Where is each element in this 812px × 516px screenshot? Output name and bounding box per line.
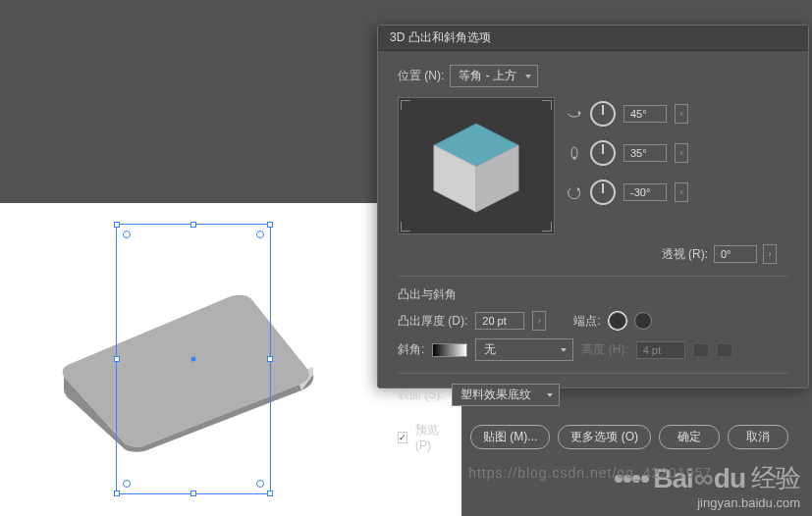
watermark-url-behind: https://blog.csdn.net/qq_42201957 (468, 465, 712, 481)
preview-checkbox[interactable]: ✓ (398, 432, 407, 443)
corner-widget-tr[interactable] (256, 231, 264, 238)
bevel-extent-in-icon (693, 343, 709, 357)
watermark-suffix: 经验 (751, 461, 800, 495)
dialog-titlebar[interactable]: 3D 凸出和斜角选项 (378, 26, 808, 51)
resize-handle-tl[interactable] (114, 222, 120, 228)
cap-off-button[interactable] (634, 312, 652, 330)
rotate-z-input[interactable]: -30° (623, 183, 667, 201)
bevel-height-label: 高度 (H): (581, 341, 627, 358)
resize-handle-tc[interactable] (190, 222, 196, 228)
corner-widget-bl[interactable] (123, 480, 131, 488)
bevel-extent-out-icon (717, 343, 732, 357)
bevel-dropdown[interactable]: 无 (475, 338, 573, 361)
preview-corner-tr (542, 100, 552, 110)
corner-widget-br[interactable] (256, 480, 264, 488)
surface-dropdown[interactable]: 塑料效果底纹 (452, 384, 560, 406)
cap-label: 端点: (573, 313, 600, 330)
corner-widget-tl[interactable] (123, 231, 131, 238)
rotate-z-icon (567, 185, 582, 199)
resize-handle-tr[interactable] (267, 222, 273, 228)
bevel-height-input: 4 pt (636, 341, 685, 359)
rotate-y-dial[interactable] (590, 140, 616, 166)
watermark-sub: jingyan.baidu.com (615, 495, 800, 510)
cube-icon (422, 112, 530, 220)
rotate-x-stepper[interactable]: › (675, 104, 688, 124)
ok-button[interactable]: 确定 (659, 425, 720, 449)
perspective-stepper[interactable]: › (763, 244, 777, 264)
rotation-cube-preview[interactable] (398, 97, 555, 234)
preview-corner-bl (401, 222, 410, 232)
rotate-z-dial[interactable] (590, 180, 616, 205)
position-value: 等角 - 上方 (459, 69, 516, 82)
position-dropdown[interactable]: 等角 - 上方 (450, 65, 538, 87)
perspective-input[interactable]: 0° (714, 245, 757, 263)
cap-on-button[interactable] (609, 312, 626, 330)
rotate-y-input[interactable]: 35° (623, 144, 667, 162)
resize-handle-br[interactable] (267, 490, 273, 496)
rotate-x-input[interactable]: 45° (623, 105, 667, 123)
preview-label: 预览 (P) (415, 422, 449, 452)
rotate-z-stepper[interactable]: › (675, 182, 688, 202)
position-label: 位置 (N): (398, 68, 444, 84)
bevel-value: 无 (484, 342, 496, 356)
rotate-y-icon (567, 146, 582, 160)
surface-value: 塑料效果底纹 (460, 387, 531, 401)
perspective-label: 透视 (R): (662, 246, 708, 263)
watermark-brand2: du (714, 463, 745, 494)
rotate-x-icon (567, 107, 582, 121)
extrude-depth-input[interactable]: 20 pt (475, 312, 524, 330)
rotate-x-dial[interactable] (590, 101, 616, 127)
resize-handle-bl[interactable] (114, 490, 120, 496)
selection-center[interactable] (191, 357, 196, 362)
divider-2 (398, 373, 788, 374)
cancel-button[interactable]: 取消 (728, 425, 788, 449)
extrude-depth-stepper[interactable]: › (532, 311, 546, 331)
selection-bounding-box[interactable] (116, 224, 271, 494)
resize-handle-ml[interactable] (114, 356, 120, 362)
rotate-y-stepper[interactable]: › (675, 143, 688, 163)
divider-1 (398, 276, 788, 277)
dialog-3d-extrude-bevel: 3D 凸出和斜角选项 位置 (N): 等角 - 上方 (377, 25, 809, 388)
extrude-section-title: 凸出与斜角 (398, 286, 788, 303)
preview-corner-br (542, 222, 552, 232)
dialog-title-text: 3D 凸出和斜角选项 (390, 30, 491, 44)
resize-handle-mr[interactable] (267, 356, 273, 362)
extrude-depth-label: 凸出厚度 (D): (398, 313, 467, 330)
watermark: https://blog.csdn.net/qq_42201957 Bai∞du… (615, 461, 800, 510)
surface-label: 表面 (S): (398, 387, 444, 403)
more-options-button[interactable]: 更多选项 (O) (558, 425, 651, 449)
bevel-swatch (432, 343, 467, 357)
resize-handle-bc[interactable] (190, 490, 196, 496)
preview-corner-tl (401, 100, 410, 110)
map-art-button[interactable]: 贴图 (M)... (470, 425, 550, 449)
bevel-label: 斜角: (398, 341, 424, 358)
